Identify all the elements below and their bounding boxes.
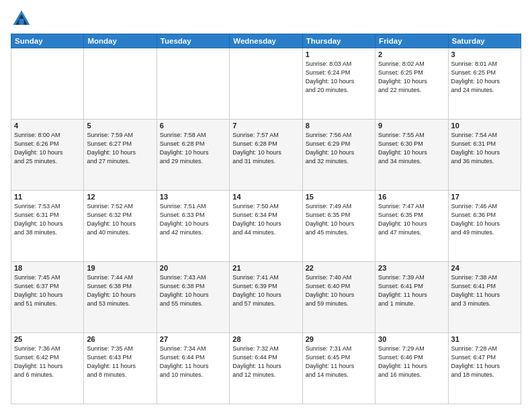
calendar-cell — [230, 48, 302, 120]
calendar-cell: 6Sunrise: 7:58 AM Sunset: 6:28 PM Daylig… — [157, 120, 229, 191]
calendar-cell — [84, 48, 157, 120]
day-number: 19 — [87, 264, 153, 272]
day-info: Sunrise: 7:31 AM Sunset: 6:45 PM Dayligh… — [306, 345, 372, 379]
calendar-cell: 18Sunrise: 7:45 AM Sunset: 6:37 PM Dayli… — [11, 262, 84, 333]
svg-rect-2 — [19, 19, 24, 25]
calendar-cell: 14Sunrise: 7:50 AM Sunset: 6:34 PM Dayli… — [230, 191, 302, 262]
day-info: Sunrise: 7:40 AM Sunset: 6:40 PM Dayligh… — [306, 273, 372, 308]
logo-icon — [11, 8, 32, 30]
day-info: Sunrise: 7:34 AM Sunset: 6:44 PM Dayligh… — [160, 345, 226, 379]
day-info: Sunrise: 7:51 AM Sunset: 6:33 PM Dayligh… — [160, 202, 226, 237]
calendar-week-2: 4Sunrise: 8:00 AM Sunset: 6:26 PM Daylig… — [11, 120, 521, 191]
day-info: Sunrise: 8:00 AM Sunset: 6:26 PM Dayligh… — [14, 131, 81, 166]
day-info: Sunrise: 7:49 AM Sunset: 6:35 PM Dayligh… — [306, 202, 372, 237]
day-number: 14 — [232, 193, 299, 201]
day-info: Sunrise: 7:53 AM Sunset: 6:31 PM Dayligh… — [14, 202, 81, 237]
header — [11, 8, 521, 30]
calendar-cell: 5Sunrise: 7:59 AM Sunset: 6:27 PM Daylig… — [84, 120, 157, 191]
calendar-cell: 24Sunrise: 7:38 AM Sunset: 6:41 PM Dayli… — [448, 262, 521, 333]
day-number: 29 — [306, 335, 372, 343]
day-number: 12 — [87, 193, 153, 201]
calendar-cell: 11Sunrise: 7:53 AM Sunset: 6:31 PM Dayli… — [11, 191, 84, 262]
day-number: 22 — [306, 264, 372, 272]
day-info: Sunrise: 7:44 AM Sunset: 6:38 PM Dayligh… — [87, 273, 153, 308]
day-number: 28 — [232, 335, 299, 343]
calendar-week-3: 11Sunrise: 7:53 AM Sunset: 6:31 PM Dayli… — [11, 191, 521, 262]
calendar-cell — [11, 48, 84, 120]
calendar-cell: 25Sunrise: 7:36 AM Sunset: 6:42 PM Dayli… — [11, 333, 84, 404]
page: SundayMondayTuesdayWednesdayThursdayFrid… — [0, 0, 532, 411]
calendar-week-1: 1Sunrise: 8:03 AM Sunset: 6:24 PM Daylig… — [11, 48, 521, 120]
day-info: Sunrise: 8:02 AM Sunset: 6:25 PM Dayligh… — [378, 60, 445, 95]
day-info: Sunrise: 7:38 AM Sunset: 6:41 PM Dayligh… — [451, 273, 518, 308]
day-number: 4 — [14, 122, 81, 130]
col-header-thursday: Thursday — [302, 34, 375, 48]
day-info: Sunrise: 7:47 AM Sunset: 6:35 PM Dayligh… — [378, 202, 445, 237]
day-info: Sunrise: 8:03 AM Sunset: 6:24 PM Dayligh… — [306, 60, 372, 95]
day-number: 24 — [451, 264, 518, 272]
day-info: Sunrise: 7:39 AM Sunset: 6:41 PM Dayligh… — [378, 273, 445, 308]
day-info: Sunrise: 7:29 AM Sunset: 6:46 PM Dayligh… — [378, 345, 445, 379]
col-header-wednesday: Wednesday — [230, 34, 302, 48]
day-number: 27 — [160, 335, 226, 343]
calendar-table: SundayMondayTuesdayWednesdayThursdayFrid… — [11, 34, 521, 404]
day-number: 5 — [87, 122, 153, 130]
col-header-sunday: Sunday — [11, 34, 84, 48]
day-info: Sunrise: 7:45 AM Sunset: 6:37 PM Dayligh… — [14, 273, 81, 308]
day-number: 9 — [378, 122, 445, 130]
day-number: 11 — [14, 193, 81, 201]
calendar-cell: 29Sunrise: 7:31 AM Sunset: 6:45 PM Dayli… — [302, 333, 375, 404]
calendar-cell: 20Sunrise: 7:43 AM Sunset: 6:38 PM Dayli… — [157, 262, 229, 333]
day-info: Sunrise: 7:59 AM Sunset: 6:27 PM Dayligh… — [87, 131, 153, 166]
day-info: Sunrise: 7:35 AM Sunset: 6:43 PM Dayligh… — [87, 345, 153, 379]
calendar-cell — [157, 48, 229, 120]
calendar-cell: 7Sunrise: 7:57 AM Sunset: 6:28 PM Daylig… — [230, 120, 302, 191]
day-number: 20 — [160, 264, 226, 272]
day-number: 8 — [306, 122, 372, 130]
day-number: 7 — [232, 122, 299, 130]
col-header-tuesday: Tuesday — [157, 34, 229, 48]
day-info: Sunrise: 7:55 AM Sunset: 6:30 PM Dayligh… — [378, 131, 445, 166]
col-header-friday: Friday — [375, 34, 448, 48]
calendar-header-row: SundayMondayTuesdayWednesdayThursdayFrid… — [11, 34, 521, 48]
day-info: Sunrise: 7:52 AM Sunset: 6:32 PM Dayligh… — [87, 202, 153, 237]
col-header-saturday: Saturday — [448, 34, 521, 48]
calendar-cell: 28Sunrise: 7:32 AM Sunset: 6:44 PM Dayli… — [230, 333, 302, 404]
day-info: Sunrise: 7:43 AM Sunset: 6:38 PM Dayligh… — [160, 273, 226, 308]
day-info: Sunrise: 7:50 AM Sunset: 6:34 PM Dayligh… — [232, 202, 299, 237]
day-number: 16 — [378, 193, 445, 201]
day-number: 3 — [451, 50, 518, 58]
day-info: Sunrise: 8:01 AM Sunset: 6:25 PM Dayligh… — [451, 60, 518, 95]
day-number: 6 — [160, 122, 226, 130]
day-number: 18 — [14, 264, 81, 272]
calendar-cell: 31Sunrise: 7:28 AM Sunset: 6:47 PM Dayli… — [448, 333, 521, 404]
calendar-cell: 19Sunrise: 7:44 AM Sunset: 6:38 PM Dayli… — [84, 262, 157, 333]
calendar-cell: 15Sunrise: 7:49 AM Sunset: 6:35 PM Dayli… — [302, 191, 375, 262]
calendar-cell: 26Sunrise: 7:35 AM Sunset: 6:43 PM Dayli… — [84, 333, 157, 404]
day-info: Sunrise: 7:56 AM Sunset: 6:29 PM Dayligh… — [306, 131, 372, 166]
day-info: Sunrise: 7:41 AM Sunset: 6:39 PM Dayligh… — [232, 273, 299, 308]
day-number: 23 — [378, 264, 445, 272]
calendar-cell: 10Sunrise: 7:54 AM Sunset: 6:31 PM Dayli… — [448, 120, 521, 191]
day-info: Sunrise: 7:58 AM Sunset: 6:28 PM Dayligh… — [160, 131, 226, 166]
day-number: 26 — [87, 335, 153, 343]
day-number: 1 — [306, 50, 372, 58]
day-number: 2 — [378, 50, 445, 58]
calendar-cell: 23Sunrise: 7:39 AM Sunset: 6:41 PM Dayli… — [375, 262, 448, 333]
calendar-cell: 30Sunrise: 7:29 AM Sunset: 6:46 PM Dayli… — [375, 333, 448, 404]
calendar-week-4: 18Sunrise: 7:45 AM Sunset: 6:37 PM Dayli… — [11, 262, 521, 333]
calendar-cell: 9Sunrise: 7:55 AM Sunset: 6:30 PM Daylig… — [375, 120, 448, 191]
calendar-cell: 3Sunrise: 8:01 AM Sunset: 6:25 PM Daylig… — [448, 48, 521, 120]
day-info: Sunrise: 7:28 AM Sunset: 6:47 PM Dayligh… — [451, 345, 518, 379]
day-info: Sunrise: 7:46 AM Sunset: 6:36 PM Dayligh… — [451, 202, 518, 237]
calendar-cell: 4Sunrise: 8:00 AM Sunset: 6:26 PM Daylig… — [11, 120, 84, 191]
day-info: Sunrise: 7:32 AM Sunset: 6:44 PM Dayligh… — [232, 345, 299, 379]
calendar-cell: 22Sunrise: 7:40 AM Sunset: 6:40 PM Dayli… — [302, 262, 375, 333]
calendar-cell: 16Sunrise: 7:47 AM Sunset: 6:35 PM Dayli… — [375, 191, 448, 262]
day-number: 31 — [451, 335, 518, 343]
calendar-week-5: 25Sunrise: 7:36 AM Sunset: 6:42 PM Dayli… — [11, 333, 521, 404]
day-number: 10 — [451, 122, 518, 130]
calendar-cell: 17Sunrise: 7:46 AM Sunset: 6:36 PM Dayli… — [448, 191, 521, 262]
calendar-cell: 13Sunrise: 7:51 AM Sunset: 6:33 PM Dayli… — [157, 191, 229, 262]
calendar-cell: 27Sunrise: 7:34 AM Sunset: 6:44 PM Dayli… — [157, 333, 229, 404]
